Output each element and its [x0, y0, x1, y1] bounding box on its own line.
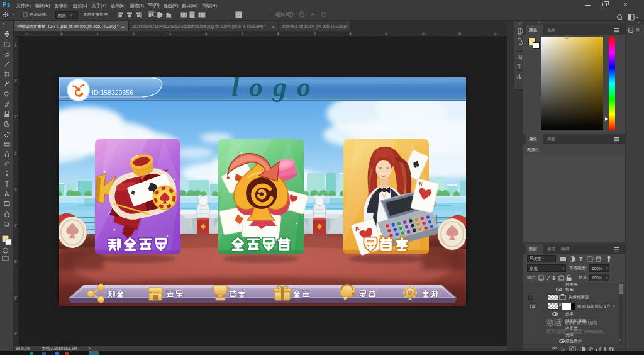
- svg-text:2: 2: [133, 32, 135, 36]
- svg-text:0: 0: [14, 79, 17, 83]
- svg-text:6: 6: [277, 32, 280, 36]
- svg-text:5: 5: [242, 32, 244, 36]
- svg-text:A: A: [516, 73, 521, 80]
- svg-text:11: 11: [458, 32, 462, 36]
- svg-text:logo: logo: [231, 77, 321, 103]
- svg-text:7: 7: [314, 32, 316, 36]
- svg-text:8: 8: [349, 32, 352, 36]
- svg-text:T: T: [579, 256, 583, 262]
- svg-text:2: 2: [14, 152, 17, 155]
- svg-text:1: 1: [97, 32, 99, 36]
- svg-text:0: 0: [61, 32, 64, 36]
- svg-text:...: ...: [3, 228, 7, 233]
- svg-text:1: 1: [14, 43, 17, 47]
- svg-text:¶: ¶: [518, 62, 521, 69]
- svg-text:12: 12: [494, 32, 498, 36]
- svg-text:4: 4: [205, 32, 208, 36]
- svg-text:3: 3: [169, 32, 172, 36]
- svg-text:A|: A|: [517, 54, 522, 60]
- svg-text:1: 1: [26, 32, 28, 36]
- svg-text:10: 10: [421, 32, 426, 36]
- svg-text:ID:158329356: ID:158329356: [92, 89, 133, 96]
